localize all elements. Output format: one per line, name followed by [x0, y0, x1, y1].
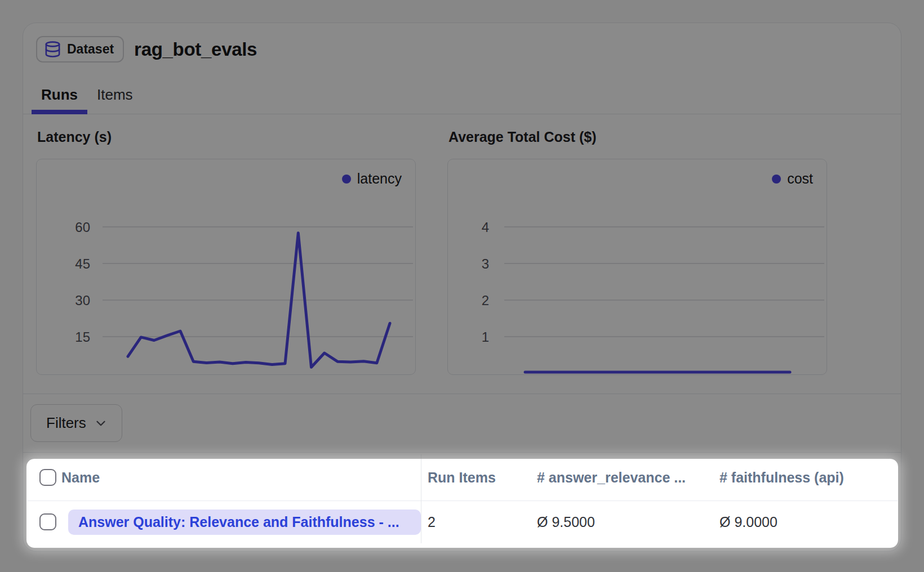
dataset-card: Dataset rag_bot_evals Runs Items Latency…	[23, 23, 901, 552]
column-header-name: Name	[61, 470, 421, 486]
cost-legend-label: cost	[787, 171, 813, 187]
latency-chart: 60453015 latency	[36, 159, 416, 375]
cost-legend: cost	[772, 171, 813, 187]
cost-chart-title: Average Total Cost ($)	[448, 129, 827, 145]
badge-label: Dataset	[67, 42, 114, 57]
row-name-cell: Answer Quality: Relevance and Faithfulne…	[61, 510, 421, 535]
filters-button[interactable]: Filters	[30, 404, 122, 442]
latency-chart-title: Latency (s)	[37, 129, 416, 145]
tab-items-label: Items	[97, 86, 133, 103]
card-header: Dataset rag_bot_evals	[23, 23, 901, 62]
latency-chart-plot: 60453015	[37, 159, 415, 374]
filter-bar: Filters	[23, 394, 901, 453]
database-icon	[44, 41, 61, 58]
latency-legend-dot-icon	[342, 175, 351, 184]
row-run-items-value: 2	[421, 514, 530, 530]
cost-chart-plot: 4321	[448, 159, 826, 374]
latency-legend-label: latency	[357, 171, 402, 187]
svg-text:45: 45	[75, 256, 90, 271]
tab-runs[interactable]: Runs	[32, 78, 87, 114]
dataset-type-badge: Dataset	[36, 36, 124, 62]
cost-chart-block: Average Total Cost ($) 4321 cost	[447, 129, 827, 375]
row-checkbox[interactable]	[39, 513, 56, 530]
svg-text:30: 30	[75, 293, 90, 308]
tab-runs-label: Runs	[41, 86, 78, 103]
row-faithfulness-value: Ø 9.0000	[713, 514, 898, 530]
svg-text:3: 3	[482, 256, 489, 271]
svg-text:1: 1	[482, 329, 489, 345]
cost-chart: 4321 cost	[447, 159, 827, 375]
run-name-link[interactable]: Answer Quality: Relevance and Faithfulne…	[68, 510, 421, 535]
tab-bar: Runs Items	[23, 78, 901, 114]
select-all-checkbox[interactable]	[39, 469, 56, 486]
tab-items[interactable]: Items	[87, 78, 143, 114]
svg-text:60: 60	[75, 220, 90, 235]
svg-text:4: 4	[482, 220, 489, 235]
table-header-row: Name Run Items # answer_relevance ... # …	[27, 454, 898, 501]
column-divider	[421, 454, 421, 543]
svg-text:15: 15	[75, 329, 90, 345]
filters-button-label: Filters	[46, 414, 86, 432]
charts-section: Latency (s) 60453015 latency Average Tot…	[23, 114, 901, 375]
header-checkbox-cell	[27, 469, 61, 486]
svg-text:2: 2	[482, 293, 489, 308]
row-checkbox-cell	[27, 513, 61, 530]
latency-chart-block: Latency (s) 60453015 latency	[36, 129, 416, 375]
runs-table: Name Run Items # answer_relevance ... # …	[27, 454, 898, 543]
latency-legend: latency	[342, 171, 402, 187]
page-background: Dataset rag_bot_evals Runs Items Latency…	[0, 0, 924, 572]
column-header-run-items: Run Items	[421, 470, 530, 486]
table-row[interactable]: Answer Quality: Relevance and Faithfulne…	[27, 501, 898, 543]
page-title: rag_bot_evals	[134, 39, 257, 60]
column-header-answer-relevance: # answer_relevance ...	[530, 470, 713, 486]
row-answer-relevance-value: Ø 9.5000	[530, 514, 713, 530]
chevron-down-icon	[94, 416, 108, 431]
cost-legend-dot-icon	[772, 175, 781, 184]
column-header-faithfulness: # faithfulness (api)	[713, 470, 898, 486]
